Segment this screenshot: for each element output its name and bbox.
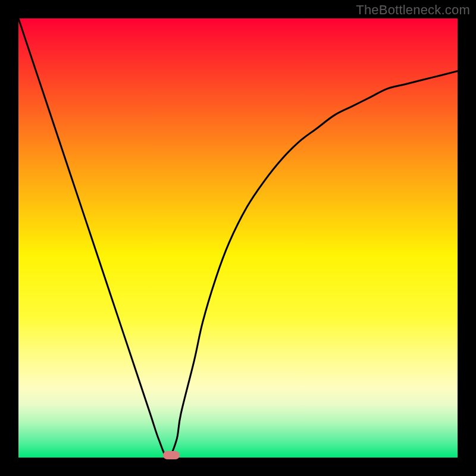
watermark-text: TheBottleneck.com	[356, 2, 470, 18]
optimum-marker	[163, 451, 180, 459]
bottleneck-curve	[18, 18, 458, 458]
plot-area	[18, 18, 458, 458]
chart-container: TheBottleneck.com	[0, 0, 476, 476]
curve-svg	[18, 18, 458, 458]
